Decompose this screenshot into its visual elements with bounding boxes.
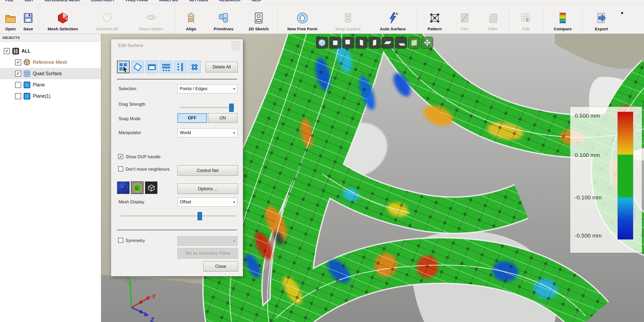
objects-panel-title: OBJECTS [2,36,20,40]
right-view-button[interactable] [369,37,380,49]
show-dup-checkbox[interactable]: ✓ [118,154,123,159]
menu-file[interactable]: FILE [5,0,13,2]
box-zoom-view-button[interactable] [408,37,420,49]
front-view-button[interactable] [329,37,341,49]
new-free-form-button[interactable]: New Free Form [279,4,325,34]
fillet-button: Fillet [478,4,507,34]
menu-help[interactable]: HELP [251,0,261,2]
trim-icon [458,11,471,25]
snap-mode-label: Snap Mode [119,116,141,121]
axis-triad: y x z [126,275,156,322]
pattern-button[interactable]: Pattern [419,4,451,34]
snap-off-button[interactable]: OFF [177,113,207,123]
reference-mesh-icon [23,59,31,66]
tree-item-reference-mesh[interactable]: ✓ Reference Mesh [0,57,101,68]
chevron-down-icon: ▾ [233,87,235,91]
back-view-button[interactable] [342,37,354,49]
rotate-face-tool-button[interactable] [131,61,144,73]
deselect-all-icon [100,11,114,25]
checkbox-plane1[interactable]: ✓ [15,93,21,99]
manipulator-dropdown[interactable]: World ▾ [177,128,237,137]
symmetry-checkbox[interactable]: ✓ [118,238,123,243]
mesh-selection-button[interactable]: Mesh Selection [41,4,85,34]
mesh-display-handle[interactable] [197,212,202,220]
compare-button[interactable]: Compare [545,4,581,34]
edit-button: Edit [511,4,541,34]
edit-surface-dialog[interactable]: Edit Surface Delete All Selection Points… [111,39,243,276]
menu-construct[interactable]: CONSTRUCT [91,0,115,2]
select-points-tool-button[interactable] [117,61,130,73]
blue-sphere-mode-button[interactable] [117,181,130,194]
pattern-label: Pattern [427,27,442,31]
checkbox-all[interactable]: ✓ [4,48,10,54]
menu-settings[interactable]: SETTINGS [189,0,208,2]
auto-surface-button[interactable]: A Auto Surface [371,4,415,34]
open-button[interactable]: Open [2,4,19,34]
drag-strength-handle[interactable] [229,104,234,112]
close-button[interactable]: Close [203,261,238,272]
isometric-view-button[interactable] [316,37,328,49]
dont-move-checkbox[interactable]: ✓ [118,166,123,171]
align-button[interactable]: Align [177,4,206,34]
export-label: Export [595,27,608,31]
insert-row-tool-button[interactable] [160,61,172,73]
options-button[interactable]: Options ... [177,184,238,194]
dark-cube-mode-button[interactable] [145,181,158,194]
left-view-button[interactable] [356,37,367,49]
top-view-button[interactable] [382,37,394,49]
menu-free-form[interactable]: FREE FORM [126,0,148,2]
toolbar-group-export: Export [583,4,631,34]
delete-all-label: Delete All [213,65,231,69]
pan-view-button[interactable] [421,37,433,49]
delete-all-button[interactable]: Delete All [206,62,238,72]
drag-strength-slider[interactable] [180,107,235,108]
tree-item-all[interactable]: ✓ ALL [0,45,101,57]
checkbox-reference-mesh[interactable]: ✓ [15,59,21,65]
control-net-button[interactable]: Control Net [177,165,238,176]
bottom-view-button[interactable] [395,37,407,49]
mesh-display-slider[interactable] [120,215,236,217]
view-orientation-strip [316,37,433,49]
checkbox-plane[interactable]: ✓ [15,82,21,88]
toolbar-group-surface: New Free Form Wrap Surface A Auto Surfac… [278,4,417,34]
primitives-button[interactable]: Primitives [206,4,241,34]
toolbar-group-modify: Pattern Trim Fillet [417,4,509,34]
checkbox-quad-surface[interactable]: ✓ [15,71,21,77]
deviation-sphere-mode-button[interactable] [131,181,144,194]
tree-item-plane-label: Plane [33,82,45,88]
mesh-display-dropdown[interactable]: Offset ▾ [177,197,237,207]
snap-on-label: ON [219,116,226,120]
menu-edit[interactable]: EDIT [25,0,33,2]
tree-item-reference-mesh-label: Reference Mesh [33,60,67,65]
legend-value-min: -0.500 mm [575,232,602,239]
selection-dropdown[interactable]: Points / Edges ▾ [177,84,237,93]
export-dropdown-arrow[interactable] [621,12,623,14]
menu-reference-mesh[interactable]: REFERENCE MESH [45,0,80,2]
snap-on-button[interactable]: ON [208,113,237,123]
toolbar-group-model: Align Primitives 2D Sketch [175,4,278,34]
tree-item-plane[interactable]: ✓ Plane [0,79,101,90]
sketch-button[interactable]: 2D Sketch [241,4,276,34]
objects-panel-header[interactable]: OBJECTS [0,34,101,42]
save-button[interactable]: Save [19,4,37,34]
wrap-surface-label: Wrap Surface [335,27,361,31]
control-net-label: Control Net [197,168,219,173]
dialog-separator [117,230,237,230]
auto-surface-label: Auto Surface [380,27,406,31]
mesh-selection-icon [56,11,69,25]
tree-item-quad-surface[interactable]: ✓ Quad Surface [0,68,101,79]
deselect-all-button: Deselect All [85,4,129,34]
export-arrow-icon [595,11,608,25]
export-button[interactable]: Export [584,4,619,34]
rect-face-tool-button[interactable] [145,61,158,73]
mesh-display-label: Mesh Display [119,200,144,204]
circle-select-tool-button[interactable] [188,61,201,73]
objects-tree: ✓ ALL ✓ Reference Mesh ✓ Quad Surface [0,42,101,102]
legend-value-lower: -0.100 mm [575,194,602,201]
tree-item-plane1[interactable]: ✓ Plane(1) [0,90,101,102]
insert-column-tool-button[interactable] [174,61,186,73]
menu-analysis[interactable]: ANALYSIS [159,0,178,2]
drag-strength-label: Drag Strength [119,102,145,107]
tree-item-quad-surface-label: Quad Surface [33,71,62,76]
menu-research[interactable]: RESEARCH [219,0,240,2]
